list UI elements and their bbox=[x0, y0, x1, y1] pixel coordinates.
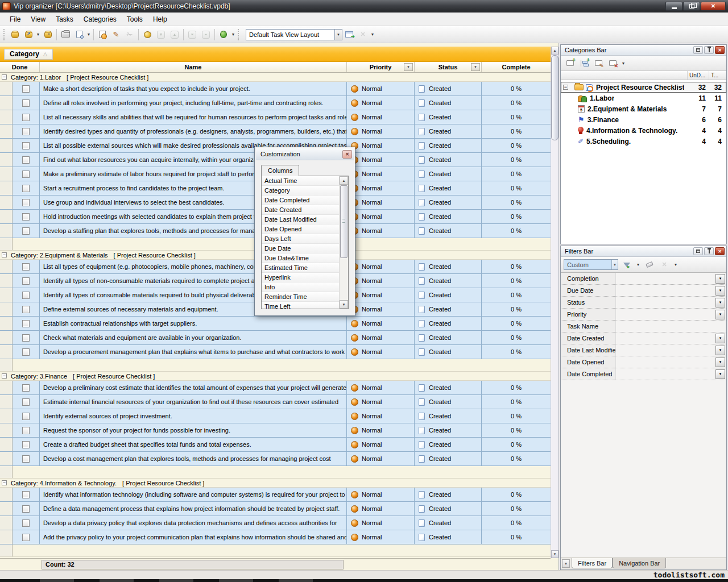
tab-navigation-bar[interactable]: Navigation Bar bbox=[613, 558, 666, 568]
scrollbar-thumb[interactable] bbox=[551, 55, 559, 140]
done-checkbox[interactable] bbox=[22, 156, 30, 164]
print-preview-button[interactable] bbox=[72, 28, 86, 41]
task-name[interactable]: List all necessary skills and abilities … bbox=[40, 110, 347, 124]
done-checkbox[interactable] bbox=[22, 519, 30, 527]
filter-value[interactable] bbox=[616, 344, 715, 356]
done-cell[interactable] bbox=[13, 302, 40, 316]
menu-tools[interactable]: Tools bbox=[122, 14, 148, 25]
done-checkbox[interactable] bbox=[22, 348, 30, 356]
done-checkbox[interactable] bbox=[22, 142, 30, 149]
filter-value[interactable] bbox=[616, 309, 715, 320]
edit-category-button[interactable]: ✎ bbox=[592, 57, 605, 69]
dialog-scroll-up-icon[interactable]: ▲ bbox=[340, 176, 348, 185]
task-row[interactable]: Define all roles involved in performing … bbox=[0, 96, 551, 110]
new-task-button[interactable] bbox=[96, 28, 109, 41]
done-checkbox[interactable] bbox=[22, 441, 30, 448]
task-row[interactable]: Check what materials and equipment are a… bbox=[0, 331, 551, 345]
task-name[interactable]: Make a short description of tasks that y… bbox=[40, 82, 347, 95]
undone-column-header[interactable]: UnD... bbox=[688, 71, 709, 80]
task-name[interactable]: Add the privacy policy to your project c… bbox=[40, 530, 347, 544]
filter-dropdown-button[interactable]: ▼ bbox=[715, 334, 725, 343]
done-cell[interactable] bbox=[13, 395, 40, 409]
done-checkbox[interactable] bbox=[22, 306, 30, 313]
task-row[interactable]: Identify desired types and quantity of p… bbox=[0, 124, 551, 139]
dialog-scrollbar[interactable]: ▲ ▼ bbox=[339, 176, 348, 309]
delete-task-button[interactable]: ✁ bbox=[123, 28, 136, 41]
highlight-dropdown-icon[interactable]: ▼ bbox=[230, 32, 236, 36]
task-name[interactable]: Identify external sources of project inv… bbox=[40, 409, 347, 423]
panel-restore-button[interactable] bbox=[693, 46, 703, 54]
done-checkbox[interactable] bbox=[22, 199, 30, 206]
collapse-icon[interactable]: − bbox=[2, 74, 7, 80]
column-header-status[interactable]: Status▼ bbox=[415, 62, 482, 72]
filter-value[interactable] bbox=[616, 368, 715, 380]
move-up-button[interactable]: ▲ bbox=[168, 28, 181, 41]
menu-view[interactable]: View bbox=[26, 14, 51, 25]
panel-close-button[interactable]: ✕ bbox=[715, 247, 725, 255]
category-group-header[interactable]: −Category: 4.Information & Technology.[ … bbox=[0, 479, 551, 488]
apply-filter-dropdown-icon[interactable]: ▼ bbox=[635, 263, 641, 267]
tree-item-category[interactable]: 1.Labor1111 bbox=[561, 93, 726, 103]
done-checkbox[interactable] bbox=[22, 491, 30, 498]
tab-filters-bar[interactable]: Filters Bar bbox=[572, 558, 613, 568]
task-name[interactable]: Define all roles involved in performing … bbox=[40, 96, 347, 110]
filter-dropdown-button[interactable]: ▼ bbox=[715, 346, 725, 355]
task-name[interactable]: Define a data management process that ex… bbox=[40, 502, 347, 516]
dialog-scroll-down-icon[interactable]: ▼ bbox=[340, 300, 348, 309]
done-checkbox[interactable] bbox=[22, 413, 30, 420]
total-column-header[interactable]: T... bbox=[709, 71, 726, 80]
tree-item-category[interactable]: 4.Information & Technology.44 bbox=[561, 125, 726, 136]
scroll-up-icon[interactable]: ▲ bbox=[551, 47, 559, 55]
done-cell[interactable] bbox=[13, 196, 40, 209]
filter-preset-arrow-icon[interactable]: ▼ bbox=[611, 260, 618, 269]
apply-filter-button[interactable] bbox=[621, 259, 633, 271]
tabs-scroll-button[interactable]: ▼ bbox=[562, 559, 570, 568]
collapse-icon[interactable]: − bbox=[2, 252, 7, 257]
tree-item-category[interactable]: 52.Equipment & Materials77 bbox=[561, 103, 726, 114]
done-cell[interactable] bbox=[13, 423, 40, 437]
done-checkbox[interactable] bbox=[22, 384, 30, 392]
panel-restore-button[interactable] bbox=[693, 247, 703, 255]
done-checkbox[interactable] bbox=[22, 213, 30, 221]
filter-value[interactable] bbox=[616, 356, 715, 368]
column-option[interactable]: Reminder Time bbox=[262, 292, 339, 302]
done-checkbox[interactable] bbox=[22, 227, 30, 235]
done-cell[interactable] bbox=[13, 288, 40, 302]
task-name[interactable]: Develop a procurement management plan th… bbox=[40, 345, 347, 359]
apply-layout-button[interactable]: ➜ bbox=[342, 28, 356, 41]
done-cell[interactable] bbox=[13, 502, 40, 516]
done-cell[interactable] bbox=[13, 331, 40, 344]
category-group-header[interactable]: −Category: 3.Finance[ Project Resource C… bbox=[0, 372, 551, 381]
status-filter-button[interactable]: ▼ bbox=[471, 63, 480, 71]
group-by-category-button[interactable]: Category △ bbox=[4, 49, 53, 60]
done-checkbox[interactable] bbox=[22, 427, 30, 434]
restore-button[interactable] bbox=[683, 2, 700, 11]
category-group-header[interactable]: −Category: 1.Labor[ Project Resource Che… bbox=[0, 73, 551, 82]
filters-bar-header[interactable]: Filters Bar ✕ bbox=[561, 246, 726, 257]
filter-value[interactable] bbox=[616, 273, 715, 284]
task-row[interactable]: Make a short description of tasks that y… bbox=[0, 82, 551, 96]
panel-close-button[interactable]: ✕ bbox=[715, 46, 725, 54]
done-cell[interactable] bbox=[13, 381, 40, 394]
close-button[interactable]: ✕ bbox=[701, 2, 726, 11]
open-dropdown-icon[interactable]: ▼ bbox=[35, 32, 41, 36]
task-row[interactable]: Develop a procurement management plan th… bbox=[0, 345, 551, 359]
column-header-complete[interactable]: Complete bbox=[482, 62, 551, 72]
clear-filter-button[interactable] bbox=[643, 259, 656, 271]
dialog-close-button[interactable]: ✕ bbox=[342, 150, 352, 159]
done-cell[interactable] bbox=[13, 110, 40, 124]
done-cell[interactable] bbox=[13, 530, 40, 544]
task-row[interactable]: Define a data management process that ex… bbox=[0, 502, 551, 516]
done-cell[interactable] bbox=[13, 488, 40, 501]
filter-dropdown-button[interactable]: ▼ bbox=[715, 274, 725, 284]
task-name[interactable]: Create a drafted budget sheet that speci… bbox=[40, 438, 347, 451]
layout-combo-arrow-icon[interactable]: ▼ bbox=[334, 30, 342, 40]
task-name[interactable]: Develop a cost management plan that expl… bbox=[40, 452, 347, 465]
done-checkbox[interactable] bbox=[22, 263, 30, 271]
dialog-title-bar[interactable]: Customization ✕ bbox=[256, 148, 354, 160]
done-cell[interactable] bbox=[13, 516, 40, 530]
open-database-button[interactable]: ↗ bbox=[22, 28, 35, 41]
task-row[interactable]: Develop a cost management plan that expl… bbox=[0, 452, 551, 466]
delete-category-button[interactable]: ✕ bbox=[606, 57, 619, 69]
task-name[interactable]: Establish contractual relationships with… bbox=[40, 317, 347, 330]
